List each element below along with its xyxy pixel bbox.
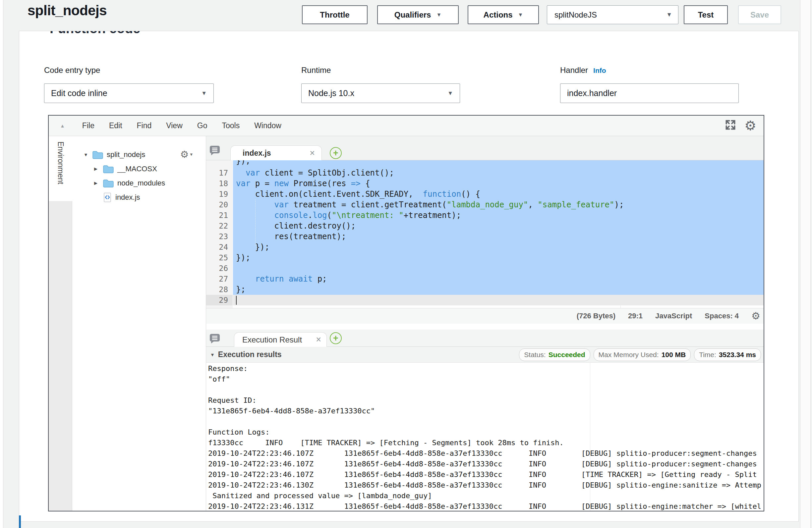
menu-item-tools[interactable]: Tools: [222, 121, 240, 130]
editor-settings-gear-icon[interactable]: ⚙: [744, 119, 756, 132]
plus-icon: +: [333, 334, 338, 343]
menubar-collapse-icon[interactable]: ▲: [60, 123, 65, 129]
tab-index-js-label: index.js: [243, 149, 271, 158]
log-line[interactable]: Response:: [208, 363, 248, 374]
tree-item-index.js[interactable]: index.js: [72, 190, 206, 204]
statusbar-gear-icon[interactable]: ⚙: [751, 311, 760, 321]
handler-input[interactable]: index.handler: [560, 84, 739, 103]
code-line-20[interactable]: var treatment = client.getTreatment("lam…: [236, 200, 624, 210]
code-line-24[interactable]: });: [236, 242, 270, 252]
log-line[interactable]: "131e865f-6eb4-4dd8-858e-a37ef13330cc": [208, 406, 375, 416]
gutter-line-number[interactable]: 17: [206, 167, 233, 178]
gutter-line-number[interactable]: 27: [206, 274, 233, 284]
new-tab-button[interactable]: +: [330, 332, 342, 344]
expand-arrow-icon[interactable]: ▶: [94, 166, 103, 171]
menu-item-edit[interactable]: Edit: [109, 121, 122, 130]
code-line-partial[interactable]: });: [236, 160, 250, 166]
log-line[interactable]: 2019-10-24T22:23:46.131Z 131e865f-6eb4-4…: [208, 501, 761, 511]
tree-item-label: split_nodejs: [107, 150, 145, 159]
code-line-28[interactable]: };: [236, 284, 246, 295]
code-line-17[interactable]: var client = SplitObj.client();: [236, 167, 394, 178]
folder-icon: [92, 150, 103, 159]
save-button-label: Save: [750, 10, 769, 19]
tree-item-label: index.js: [115, 193, 140, 202]
log-line[interactable]: "off": [208, 374, 230, 384]
tab-index-js[interactable]: index.js ×: [230, 145, 322, 160]
code-line-23[interactable]: res(treatment);: [236, 231, 346, 242]
chevron-down-icon: ▼: [447, 90, 453, 97]
tree-item-node_modules[interactable]: ▶node_modules: [72, 176, 206, 190]
log-line[interactable]: Function Logs:: [208, 427, 270, 438]
code-entry-type-select[interactable]: Edit code inline ▼: [44, 84, 214, 103]
gutter-line-number[interactable]: 28: [206, 284, 233, 295]
close-icon[interactable]: ×: [316, 335, 321, 345]
collapse-arrow-icon[interactable]: ▼: [84, 152, 92, 157]
gutter-line-number[interactable]: 29: [206, 295, 233, 305]
code-line-18[interactable]: var p = new Promise(res => {: [236, 178, 370, 189]
gutter-line-number[interactable]: 20: [206, 200, 233, 210]
tree-item-__MACOSX[interactable]: ▶__MACOSX: [72, 162, 206, 176]
editor-menubar: ▲ FileEditFindViewGoToolsWindow ⚙: [49, 116, 764, 136]
indent-settings-indicator[interactable]: Spaces: 4: [705, 312, 739, 320]
actions-button[interactable]: Actions ▼: [468, 5, 539, 24]
gutter-line-number[interactable]: 18: [206, 178, 233, 189]
gutter-line-number[interactable]: 26: [206, 263, 233, 274]
editor-menu: FileEditFindViewGoToolsWindow: [82, 121, 281, 130]
pane-divider-gap: [206, 324, 764, 329]
code-line-19[interactable]: client.on(client.Event.SDK_READY, functi…: [236, 189, 480, 200]
fullscreen-icon[interactable]: [724, 118, 737, 133]
runtime-select[interactable]: Node.js 10.x ▼: [301, 84, 460, 103]
log-line[interactable]: 2019-10-24T22:23:46.107Z 131e865f-6eb4-4…: [208, 448, 757, 459]
menu-item-file[interactable]: File: [82, 121, 95, 130]
qualifiers-button[interactable]: Qualifiers ▼: [377, 5, 459, 24]
cursor-position-indicator[interactable]: 29:1: [628, 312, 643, 320]
gutter-line-number[interactable]: 25: [206, 252, 233, 263]
tab-list-icon[interactable]: [209, 145, 221, 157]
status-badge: Status: Succeeded: [519, 349, 590, 361]
expand-arrow-icon[interactable]: ▶: [94, 180, 103, 186]
save-button[interactable]: Save: [738, 5, 781, 24]
menu-item-view[interactable]: View: [166, 121, 182, 130]
log-line[interactable]: f13330cc INFO [TIME TRACKER] => [Fetchin…: [208, 438, 564, 448]
tree-settings-gear-icon[interactable]: ⚙▾: [180, 149, 192, 160]
page-scrollbar[interactable]: [800, 0, 811, 528]
log-line[interactable]: Request ID:: [208, 395, 257, 406]
code-editor-area[interactable]: }); 17 var client = SplitObj.client();18…: [206, 160, 764, 308]
test-event-select[interactable]: splitNodeJS ▼: [547, 5, 679, 24]
log-line[interactable]: 2019-10-24T22:23:46.130Z 131e865f-6eb4-4…: [208, 480, 761, 490]
code-line-27[interactable]: return await p;: [236, 274, 327, 284]
code-line-21[interactable]: console.log("\ntreatment: "+treatment);: [236, 210, 461, 221]
gutter-line-number[interactable]: 23: [206, 231, 233, 242]
language-mode-indicator[interactable]: JavaScript: [655, 312, 692, 320]
gutter-line-number[interactable]: 19: [206, 189, 233, 200]
environment-tab[interactable]: Environment: [49, 136, 72, 201]
log-line[interactable]: 2019-10-24T22:23:46.107Z 131e865f-6eb4-4…: [208, 459, 757, 469]
log-line[interactable]: Sanitized and processed value => [lambda…: [208, 490, 432, 501]
gutter-line-number[interactable]: 21: [206, 210, 233, 221]
code-pane: index.js × + }); 17 var client = SplitOb…: [206, 136, 764, 511]
menu-item-go[interactable]: Go: [197, 121, 207, 130]
tab-execution-result[interactable]: Execution Result ×: [234, 332, 327, 347]
tree-item-split_nodejs[interactable]: ▼split_nodejs⚙▾: [72, 147, 206, 162]
menu-item-find[interactable]: Find: [137, 121, 152, 130]
menu-item-window[interactable]: Window: [254, 121, 281, 130]
section-caret-icon[interactable]: ▼: [210, 352, 215, 357]
tab-list-icon[interactable]: [209, 333, 221, 346]
code-line-22[interactable]: client.destroy();: [236, 221, 356, 231]
test-button[interactable]: Test: [684, 5, 728, 24]
gutter-line-number[interactable]: 22: [206, 221, 233, 231]
log-line[interactable]: 2019-10-24T22:23:46.107Z 131e865f-6eb4-4…: [208, 469, 757, 480]
chevron-down-icon: ▼: [201, 90, 207, 97]
code-line-25[interactable]: });: [236, 252, 250, 263]
close-icon[interactable]: ×: [309, 148, 315, 158]
new-tab-button[interactable]: +: [330, 147, 342, 159]
test-event-selected-value: splitNodeJS: [554, 10, 597, 19]
gutter-line-number[interactable]: 24: [206, 242, 233, 252]
tab-execution-result-label: Execution Result: [242, 335, 302, 344]
throttle-button[interactable]: Throttle: [302, 5, 367, 24]
text-cursor: [236, 296, 237, 305]
environment-tab-label: Environment: [56, 136, 65, 201]
handler-info-link[interactable]: Info: [593, 67, 606, 75]
card-focus-edge: [19, 515, 21, 528]
execution-log-area[interactable]: Response:"off"Request ID:"131e865f-6eb4-…: [206, 363, 764, 511]
